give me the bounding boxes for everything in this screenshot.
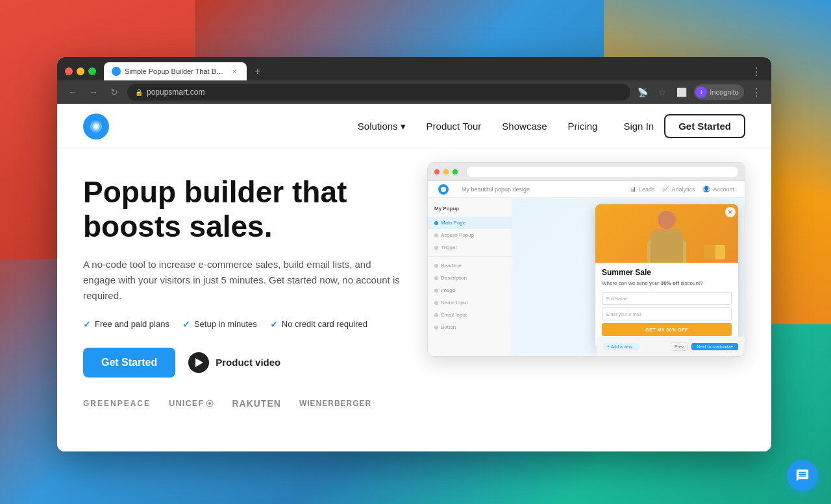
minimize-window-button[interactable] (77, 67, 84, 75)
maximize-window-button[interactable] (88, 67, 96, 75)
hero-subtitle: A no-code tool to increase e-commerce sa… (83, 257, 401, 304)
mockup-browser-window: My beautiful popup design 📊 Leads 📈 Anal… (427, 162, 745, 357)
mockup-sidebar-access-popup: Access Popup (428, 229, 512, 241)
mockup-logo-icon (438, 184, 449, 195)
mockup-main-canvas: Canvas area (512, 198, 745, 356)
browser-window: Simple Popup Builder That Bo... ✕ + ⋮ ← … (57, 57, 771, 451)
chat-support-button[interactable] (787, 460, 818, 491)
mockup-next-btn[interactable]: Next to customize (691, 343, 738, 350)
mockup-browser-bar (428, 163, 745, 181)
nav-showcase[interactable]: Showcase (502, 121, 547, 132)
nav-pricing[interactable]: Pricing (568, 121, 598, 132)
brand-wienerberger: wienerberger (299, 399, 371, 408)
address-bar[interactable]: 🔒 popupsmart.com (127, 84, 630, 101)
hero-cta: Get Started Product video (83, 348, 401, 378)
mockup-sidebar-trigger: Trigger (428, 241, 512, 254)
popup-subtitle: Where can we send your 30% off discount? (602, 280, 732, 287)
mockup-url-bar (467, 167, 738, 177)
mockup-body: My Popup Main Page Access Popup Trigger (428, 198, 745, 356)
website-content: Solutions ▾ Product Tour Showcase (57, 104, 771, 451)
toolbar-actions: 📡 ☆ ⬜ I Incognito ⋮ (636, 84, 763, 100)
mockup-sidebar-main-page: Main Page (428, 217, 512, 229)
tab-bar: Simple Popup Builder That Bo... ✕ + ⋮ (57, 57, 771, 80)
check-icon-2: ✓ (182, 319, 190, 330)
popup-preview: ✕ Summer Sale Where can we send your 30%… (595, 204, 738, 348)
hero-title: Popup builder that boosts sales. (83, 175, 401, 244)
mockup-sidebar: My Popup Main Page Access Popup Trigger (428, 198, 512, 356)
nav-product-tour[interactable]: Product Tour (427, 121, 482, 132)
mockup-dot-green (453, 169, 458, 174)
mockup-leads-nav: 📊 Leads (630, 186, 655, 193)
mockup-top-nav: My beautiful popup design 📊 Leads 📈 Anal… (428, 181, 745, 198)
incognito-profile-button[interactable]: I Incognito (694, 84, 744, 100)
hero-left: Popup builder that boosts sales. A no-co… (83, 169, 401, 409)
mockup-dot-yellow (443, 169, 449, 174)
browser-profile-icon[interactable]: ⬜ (675, 85, 689, 99)
browser-chrome: Simple Popup Builder That Bo... ✕ + ⋮ ← … (57, 57, 771, 104)
logo-icon (83, 114, 109, 139)
back-button[interactable]: ← (65, 84, 81, 100)
popup-close-button[interactable]: ✕ (725, 207, 736, 217)
get-started-nav-button[interactable]: Get Started (664, 114, 745, 138)
popup-title: Summer Sale (602, 268, 732, 277)
brand-greenpeace: GREENPEACE (83, 399, 151, 408)
chat-icon (795, 468, 810, 483)
refresh-button[interactable]: ↻ (106, 84, 122, 100)
popup-content: Summer Sale Where can we send your 30% o… (595, 263, 738, 348)
sign-in-button[interactable]: Sign In (623, 121, 654, 132)
mockup-analytics-nav: 📈 Analytics (662, 186, 695, 193)
new-tab-button[interactable]: + (249, 63, 266, 80)
popup-email-input[interactable]: Enter your e-mail (602, 307, 732, 320)
mockup-bottom-bar: + Add a new... Prev Next to customize (597, 337, 745, 356)
tab-title: Simple Popup Builder That Bo... (125, 67, 226, 75)
check-icon-3: ✓ (270, 319, 278, 330)
badge-setup: ✓ Setup in minutes (182, 319, 257, 330)
hero-product-mockup: My beautiful popup design 📊 Leads 📈 Anal… (427, 162, 745, 370)
mockup-sidebar-description: Description (428, 272, 512, 284)
mockup-dot-red (434, 169, 440, 174)
mockup-sidebar-image: Image (428, 284, 512, 296)
badge-no-credit: ✓ No credit card required (270, 319, 367, 330)
avatar: I (695, 86, 707, 98)
nav-links: Solutions ▾ Product Tour Showcase (358, 121, 598, 132)
popup-cta-button[interactable]: GET MY 30% OFF (602, 323, 732, 336)
popup-fullname-input[interactable]: Full Name (602, 292, 732, 305)
tab-favicon (112, 67, 121, 76)
site-logo[interactable] (83, 114, 109, 139)
close-window-button[interactable] (65, 67, 73, 75)
bookmark-icon[interactable]: ☆ (655, 85, 669, 99)
nav-solutions[interactable]: Solutions ▾ (358, 121, 406, 132)
traffic-lights (65, 67, 96, 75)
hero-section: Popup builder that boosts sales. A no-co… (57, 149, 771, 451)
browser-tab-active[interactable]: Simple Popup Builder That Bo... ✕ (104, 62, 247, 80)
mockup-prev-btn[interactable]: Prev (671, 342, 688, 351)
nav-actions: Sign In Get Started (623, 114, 745, 138)
mockup-add-btn[interactable]: + Add a new... (603, 343, 639, 350)
mockup-sidebar-email-input: Email Input (428, 309, 512, 321)
tab-close-button[interactable]: ✕ (230, 67, 239, 76)
check-icon-1: ✓ (83, 319, 91, 330)
ssl-lock-icon: 🔒 (135, 89, 143, 96)
url-display: popupsmart.com (147, 88, 205, 97)
mockup-sidebar-button: Button (428, 321, 512, 333)
cast-icon[interactable]: 📡 (636, 85, 650, 99)
svg-point-2 (94, 125, 98, 128)
get-started-hero-button[interactable]: Get Started (83, 348, 175, 378)
profile-name-label: Incognito (710, 88, 739, 96)
brand-rakuten: Rakuten (232, 398, 280, 409)
mockup-sidebar-name-input: Name Input (428, 296, 512, 309)
popup-header-image: ✕ (595, 204, 738, 263)
hero-badges: ✓ Free and paid plans ✓ Setup in minutes… (83, 319, 401, 330)
product-video-button[interactable]: Product video (188, 352, 280, 373)
brand-logos: GREENPEACE unicef Rakuten wienerberger (83, 398, 401, 409)
mockup-sidebar-headline: Headline (428, 259, 512, 272)
forward-button[interactable]: → (86, 84, 101, 100)
brand-unicef: unicef (169, 398, 214, 408)
chevron-down-icon: ▾ (401, 121, 406, 132)
badge-free-paid: ✓ Free and paid plans (83, 319, 169, 330)
browser-menu-icon[interactable]: ⋮ (749, 64, 763, 78)
browser-toolbar: ← → ↻ 🔒 popupsmart.com 📡 ☆ ⬜ I Incognito… (57, 80, 771, 104)
unicef-emblem-icon (206, 400, 214, 407)
more-options-icon[interactable]: ⋮ (749, 85, 763, 99)
play-icon (188, 352, 209, 373)
